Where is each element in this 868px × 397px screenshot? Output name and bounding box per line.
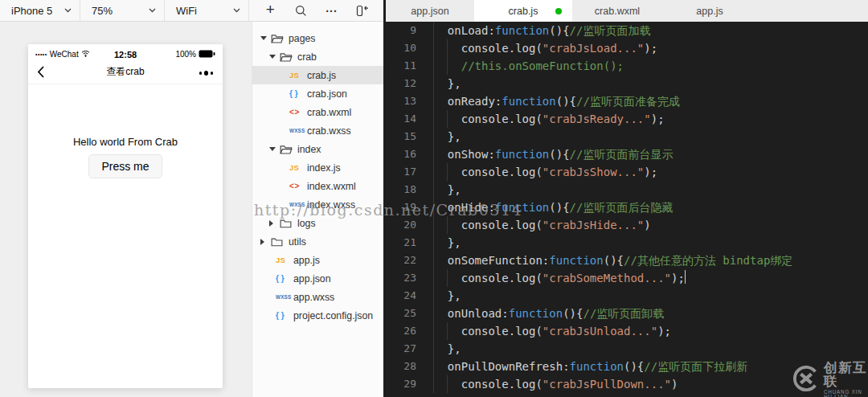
code-token: (){ xyxy=(549,24,569,37)
tree-item-utils[interactable]: utils xyxy=(252,232,383,251)
device-select[interactable]: iPhone 5 xyxy=(0,0,80,21)
tree-item-index.wxml[interactable]: < >index.wxml xyxy=(252,177,383,195)
code-token: //this.onSomeFunction(); xyxy=(461,59,624,72)
wxml-icon: < > xyxy=(289,108,305,117)
folder-icon xyxy=(271,236,287,248)
battery-percent-label: 100% xyxy=(175,50,196,59)
tree-item-label: index.wxml xyxy=(307,181,356,192)
file-explorer: pagescrabJScrab.js{ }crab.json< >crab.wx… xyxy=(252,22,383,397)
tree-item-crab[interactable]: crab xyxy=(252,47,383,66)
code-line-27: 27 }, xyxy=(386,340,868,358)
plus-icon[interactable]: + xyxy=(260,1,280,20)
js-icon: JS xyxy=(276,256,292,264)
code-token xyxy=(434,59,461,72)
code-text: onShow:function(){//监听页面前台显示 xyxy=(433,145,673,163)
search-icon[interactable] xyxy=(291,1,310,20)
tree-item-crab.wxss[interactable]: WXSScrab.wxss xyxy=(252,121,383,140)
code-token: ); xyxy=(657,325,671,338)
folder-open-icon xyxy=(280,144,296,155)
code-editor[interactable]: 9 onLoad:function(){//监听页面加载10 console.l… xyxy=(386,22,868,397)
code-token: (){ xyxy=(563,307,583,320)
line-number: 11 xyxy=(386,57,433,75)
line-number: 18 xyxy=(386,181,433,198)
code-line-20: 20 console.log("crabJsHide...") xyxy=(386,216,868,234)
tree-item-crab.js[interactable]: JScrab.js xyxy=(252,66,383,84)
wxss-icon: WXSS xyxy=(276,294,292,300)
tab-app.js[interactable]: app.js xyxy=(662,0,757,22)
code-line-29: 29 console.log("crabJsPullDown...") xyxy=(386,375,868,393)
tree-item-logs[interactable]: logs xyxy=(252,214,383,232)
code-line-24: 24 }, xyxy=(386,287,868,305)
js-icon: JS xyxy=(289,163,305,172)
network-select[interactable]: WiFi xyxy=(165,0,249,21)
tab-app.json[interactable]: app.json xyxy=(386,0,474,22)
js-icon: JS xyxy=(289,71,305,80)
panel-divider xyxy=(383,0,386,397)
tree-item-crab.wxml[interactable]: < >crab.wxml xyxy=(252,103,383,121)
expanded-arrow-icon[interactable] xyxy=(260,36,271,40)
tree-item-index.wxss[interactable]: WXSSindex.wxss xyxy=(252,195,383,214)
tree-item-app.json[interactable]: { }app.json xyxy=(252,269,383,288)
phone-preview: ••••• WeChat 12:58 100% xyxy=(28,44,223,388)
code-token: //监听页面准备完成 xyxy=(576,95,680,108)
tree-item-crab.json[interactable]: { }crab.json xyxy=(252,84,383,103)
line-number: 16 xyxy=(386,145,433,163)
dock-toggle-icon[interactable] xyxy=(353,1,372,20)
json-icon: { } xyxy=(276,274,292,283)
more-menu-icon[interactable] xyxy=(199,71,214,76)
tree-item-label: crab.json xyxy=(307,88,347,100)
back-chevron-icon[interactable] xyxy=(36,65,45,82)
code-text: }, xyxy=(433,287,461,305)
code-token: function xyxy=(495,24,549,37)
line-number: 10 xyxy=(386,39,433,57)
code-token: (){ xyxy=(604,254,624,267)
tree-item-index.js[interactable]: JSindex.js xyxy=(252,158,383,177)
code-line-13: 13 onReady:function(){//监听页面准备完成 xyxy=(386,92,868,110)
line-number: 27 xyxy=(386,340,433,358)
line-number: 28 xyxy=(386,358,433,375)
tree-item-project.config.json[interactable]: { }project.config.json xyxy=(252,306,383,325)
wxss-icon: WXSS xyxy=(289,128,305,133)
line-number: 9 xyxy=(386,22,433,39)
code-line-10: 10 console.log("crabJsLoad..."); xyxy=(386,39,868,57)
collapsed-arrow-icon[interactable] xyxy=(260,239,271,245)
device-select-value: iPhone 5 xyxy=(11,5,52,17)
tree-item-app.wxss[interactable]: WXSSapp.wxss xyxy=(252,288,383,306)
tree-item-label: project.config.json xyxy=(293,310,373,321)
tree-item-label: pages xyxy=(289,33,316,44)
collapsed-arrow-icon[interactable] xyxy=(269,220,280,227)
tree-item-label: crab.wxss xyxy=(307,125,351,137)
code-token: //监听页面下拉刷新 xyxy=(644,360,747,373)
tab-crab.wxml[interactable]: crab.wxml xyxy=(572,0,662,22)
folder-open-icon xyxy=(271,33,287,44)
code-token: }, xyxy=(434,183,461,196)
code-line-12: 12 }, xyxy=(386,75,868,92)
zoom-select-value: 75% xyxy=(92,5,113,17)
code-token: (){ xyxy=(549,201,569,214)
code-line-26: 26 console.log("crabJsUnload..."); xyxy=(386,322,868,340)
code-token: (){ xyxy=(624,360,644,373)
code-token: (){ xyxy=(556,95,576,108)
clock-label: 12:58 xyxy=(90,50,162,59)
tree-item-app.js[interactable]: JSapp.js xyxy=(252,251,383,269)
tree-item-pages[interactable]: pages xyxy=(252,29,383,47)
tree-item-label: crab.wxml xyxy=(307,107,351,118)
tree-item-label: crab xyxy=(297,51,317,63)
line-number: 22 xyxy=(386,252,433,269)
code-text: }, xyxy=(433,75,461,92)
phone-nav-bar: 查看crab xyxy=(28,60,223,84)
tree-item-index[interactable]: index xyxy=(252,140,383,158)
code-text: console.log("crabJsUnload..."); xyxy=(433,322,671,340)
simulator-panel: ••••• WeChat 12:58 100% xyxy=(0,22,252,397)
tree-item-label: utils xyxy=(289,236,306,248)
expanded-arrow-icon[interactable] xyxy=(269,55,280,59)
zoom-select[interactable]: 75% xyxy=(80,0,165,21)
press-me-button[interactable]: Press me xyxy=(88,154,162,178)
code-token: "crabJsLoad..." xyxy=(542,42,644,55)
tab-crab.js[interactable]: crab.js xyxy=(474,0,572,22)
more-icon[interactable]: ... xyxy=(322,1,342,20)
code-text: }, xyxy=(433,234,461,252)
code-token: }, xyxy=(434,342,461,355)
code-token: function xyxy=(502,95,555,108)
expanded-arrow-icon[interactable] xyxy=(269,147,280,151)
